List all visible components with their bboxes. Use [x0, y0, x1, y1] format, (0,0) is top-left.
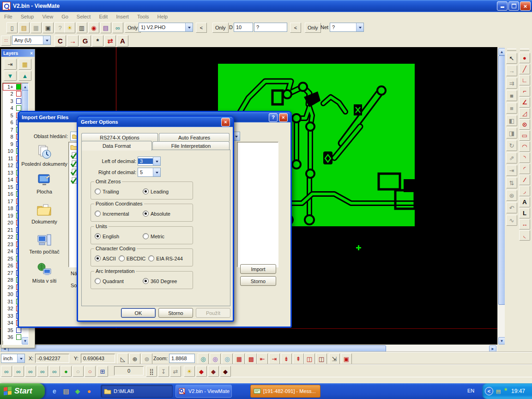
layers-panel-titlebar[interactable]: Layers × [1, 49, 35, 57]
layer-color-swatch[interactable] [16, 334, 21, 340]
menu-item[interactable]: Tools [133, 14, 153, 19]
draw-sketch-icon[interactable]: ∕ [519, 175, 530, 185]
scroll-up-icon[interactable]: ▲ [498, 48, 505, 55]
dcode-filter-input[interactable]: ? [254, 23, 287, 32]
dot-grid-icon[interactable]: ⣿ [146, 366, 157, 377]
scroll-down-icon[interactable]: ▼ [498, 337, 505, 345]
horizontal-scroll-thumb[interactable] [8, 345, 386, 352]
smooth-icon[interactable]: ∿ [506, 215, 517, 226]
place-desktop[interactable]: Plocha [21, 173, 67, 194]
layer-row[interactable]: 36 [3, 334, 21, 341]
menu-item[interactable]: Go [57, 14, 73, 19]
menu-item[interactable]: Insert [112, 14, 133, 19]
next-film-icon[interactable]: ◫ [316, 353, 327, 364]
traffic-light-icon[interactable]: ● [60, 366, 72, 377]
radio-option[interactable]: EBCDIC [119, 255, 146, 261]
draw-arc-ccw-icon[interactable]: ◝ [519, 152, 530, 163]
swap-layers-icon[interactable]: ⇅ [506, 177, 517, 188]
new-file-icon[interactable]: ▯ [6, 22, 18, 33]
close-button[interactable]: × [279, 113, 288, 122]
pad-select-icon[interactable]: ◆ [208, 366, 219, 377]
dimension-tool-icon[interactable]: ↔ [519, 219, 530, 230]
place-network[interactable]: Místa v síti [21, 262, 67, 284]
prev-layer-button[interactable]: < [196, 23, 207, 33]
draw-rectangle-icon[interactable]: ▭ [519, 130, 530, 141]
examine-pad-icon[interactable]: ∞ [25, 366, 36, 377]
chevron-down-icon[interactable] [17, 354, 24, 363]
explorer-icon[interactable]: ▤ [61, 387, 71, 396]
undo-transform-icon[interactable]: ↶ [506, 202, 517, 213]
draw-circle-icon[interactable]: ⊙ [519, 119, 530, 130]
start-button[interactable]: Start [0, 383, 45, 399]
place-documents[interactable]: Dokumenty [21, 203, 67, 224]
menu-item[interactable]: File [0, 14, 17, 19]
layer-move-up-icon[interactable]: ▲ [18, 71, 31, 81]
rotate-icon[interactable]: ↻ [506, 140, 517, 151]
layer-colors-icon[interactable]: ▤ [100, 22, 111, 33]
fill-dark-icon[interactable]: ■ [506, 90, 517, 101]
pan-left-icon[interactable]: ⇤ [257, 353, 268, 364]
draw-arc-end-icon[interactable]: ◞ [519, 186, 530, 196]
place-my-computer[interactable]: Tento počítač [21, 233, 67, 254]
mirror-x-icon[interactable]: ◧ [506, 115, 517, 126]
left-of-decimal-combo[interactable]: 3 [138, 157, 161, 166]
origin-icon[interactable]: ⊕ [129, 353, 140, 364]
gerber-dialog-titlebar[interactable]: Gerber Options × [78, 117, 233, 127]
menu-item[interactable]: Edit [95, 14, 112, 19]
draw-line-icon[interactable]: ╱ [519, 64, 530, 74]
menu-item[interactable]: View [38, 14, 57, 19]
measure-angle-icon[interactable]: ◺ [117, 353, 128, 364]
layer-color-swatch[interactable] [16, 98, 21, 104]
settings-gear-icon[interactable]: ⊛ [506, 190, 517, 201]
anchor-icon[interactable]: ↧ [158, 366, 169, 377]
zoom-input[interactable]: 1.8868 [169, 354, 195, 363]
lamp-off-icon[interactable]: ○ [73, 366, 84, 377]
ok-button[interactable]: OK [121, 308, 156, 318]
net-combo[interactable]: ? [330, 23, 364, 32]
icq-flower-icon[interactable]: * [502, 387, 509, 395]
layer-color-swatch[interactable] [16, 327, 21, 333]
minimize-button[interactable] [497, 1, 508, 11]
radio-option[interactable]: ASCII [95, 255, 116, 261]
pan-down-icon[interactable]: ⇟ [281, 353, 292, 364]
layer-combo[interactable]: 1) V2.PHO [139, 23, 193, 32]
taskbar-task-explorer[interactable]: D:\MLAB [101, 385, 173, 398]
tab-file-interpretation[interactable]: File Interpretation [152, 141, 230, 150]
close-button[interactable]: × [520, 1, 531, 11]
flash-render-icon[interactable]: ☀ [64, 22, 75, 33]
zoom-selection-icon[interactable]: ◎ [222, 353, 233, 364]
zoom-window-icon[interactable]: ◎ [210, 353, 221, 364]
prev-dcode-button[interactable]: < [290, 23, 301, 33]
aperture-select-icon[interactable]: ∷ [1, 36, 11, 46]
chevron-down-icon[interactable] [43, 36, 50, 44]
save-icon[interactable]: ▦ [30, 22, 42, 33]
help-button[interactable]: ? [269, 113, 278, 122]
dcode-input[interactable]: 10 [234, 23, 253, 32]
cancel-button[interactable]: Storno [240, 276, 276, 286]
layer-row[interactable]: 4 [3, 105, 21, 112]
menu-item[interactable]: Help [153, 14, 172, 19]
vertical-scroll-thumb[interactable] [498, 55, 505, 305]
aperture-text-button[interactable]: A [117, 35, 128, 47]
draw-arc-icon[interactable]: ◠ [519, 141, 530, 152]
radio-option[interactable]: Leading [143, 188, 188, 194]
flash-mode-icon[interactable]: ☀ [184, 366, 195, 377]
lamp-probe-icon[interactable]: ○ [85, 366, 96, 377]
only-dcode-button[interactable]: Only [212, 23, 229, 33]
aperture-c-button[interactable]: C [54, 35, 66, 47]
tab-auto-features[interactable]: Auto Features [159, 133, 230, 141]
hide-icons-icon[interactable]: < [485, 387, 493, 395]
layer-row[interactable]: 1+ [3, 83, 21, 91]
apply-button[interactable]: Použít [196, 308, 230, 318]
radio-option[interactable]: Quadrant [95, 278, 140, 284]
step-move-icon[interactable]: ⇄ [170, 366, 181, 377]
clock[interactable]: 19:47 [511, 388, 525, 394]
move-dcode-icon[interactable]: → [506, 65, 517, 76]
aperture-draw-button[interactable]: → [67, 35, 79, 47]
scroll-right-icon[interactable]: ► [489, 345, 496, 352]
pad-mode-icon[interactable]: ◆ [196, 366, 207, 377]
fill-light-icon[interactable]: ■ [506, 103, 517, 114]
layer-color-swatch[interactable] [16, 84, 21, 90]
examine-all-icon[interactable]: ∞ [1, 366, 12, 377]
layer-color-swatch[interactable] [16, 91, 21, 97]
